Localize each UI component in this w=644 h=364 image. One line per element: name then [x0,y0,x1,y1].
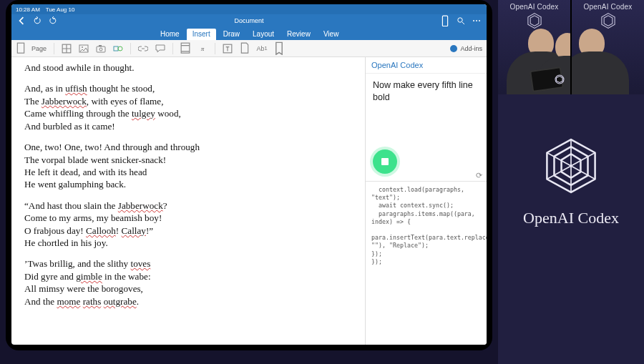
shapes-icon[interactable] [113,44,123,54]
ios-status-bar: 10:28 AM Tue Aug 10 [11,4,487,14]
addins-label: Add-ins [460,45,482,52]
doc-line: The vorpal blade went snicker-snack! [24,154,355,166]
svg-point-1 [458,18,462,22]
doc-line: He left it dead, and with its head [24,166,355,178]
svg-point-10 [99,48,102,51]
ribbon-toolbar: Page π Ab1 Add-ins [11,40,487,57]
doc-line: He went galumphing back. [24,178,355,190]
status-date: Tue Aug 10 [46,6,75,13]
stop-button[interactable] [373,149,397,174]
doc-line: One, two! One, two! And through and thro… [24,141,355,153]
addins-button[interactable]: Add-ins [450,45,482,52]
text-box-icon[interactable] [223,44,233,54]
device-icon[interactable] [441,16,449,25]
separator [172,43,173,54]
presenter-figure [570,23,644,94]
tab-draw[interactable]: Draw [218,29,245,40]
work-area: And stood awhile in thought. And, as in … [11,57,487,345]
brand-block: OpenAI Codex [498,136,644,227]
stop-icon [381,158,389,165]
tab-insert[interactable]: Insert [187,29,216,40]
addins-icon [450,45,457,52]
tab-home[interactable]: Home [155,29,185,40]
equation-icon[interactable]: π [197,44,208,54]
camera-icon[interactable] [96,44,106,54]
search-icon[interactable] [457,16,465,25]
codex-task-pane: OpenAI Codex Now make every fifth line b… [365,57,487,345]
svg-rect-12 [114,46,118,51]
doc-line: ’Twas brillig, and the slithy toves [24,257,355,270]
task-pane-title: OpenAI Codex [366,57,487,74]
video-tile-label: OpenAI Codex [498,3,570,11]
doc-line: O frabjous day! Callooh! Callay!” [24,225,355,237]
ribbon-tabs: Home Insert Draw Layout Review View [11,27,487,40]
presentation-stage: 10:28 AM Tue Aug 10 Document Home [0,0,644,364]
doc-line: All mimsy were the borogoves, [24,282,355,295]
video-tile: OpenAI Codex [570,0,644,94]
page-icon[interactable] [16,44,26,54]
status-time: 10:28 AM [16,6,40,13]
code-output: context.load(paragraphs, "text"); await … [366,181,487,270]
doc-line: And the mome raths outgrabe. [24,295,355,308]
separator [54,43,54,54]
separator [130,43,131,54]
svg-rect-9 [97,46,105,52]
svg-rect-11 [99,45,102,46]
svg-point-8 [82,46,83,48]
openai-logo-icon [553,73,566,86]
svg-rect-0 [442,16,447,26]
bookmark-icon[interactable] [274,44,284,54]
tab-review[interactable]: Review [281,29,316,40]
doc-line: He chortled in his joy. [24,237,355,249]
video-tile: OpenAI Codex [498,0,570,94]
back-icon[interactable] [17,16,26,25]
comment-icon[interactable] [155,44,165,54]
document-title: Document [11,17,487,24]
table-icon[interactable] [62,44,72,54]
doc-line: Came whiffling through the tulgey wood, [24,107,355,119]
brand-title: OpenAI Codex [498,209,644,227]
svg-point-3 [476,20,477,21]
svg-point-13 [118,46,122,51]
tab-view[interactable]: View [318,29,345,40]
video-tile-label: OpenAI Codex [572,3,644,11]
document-body[interactable]: And stood awhile in thought. And, as in … [11,57,365,345]
separator [215,43,215,54]
redo-icon[interactable] [49,16,57,25]
footnote-icon[interactable]: Ab1 [257,44,267,54]
doc-line: “And hast thou slain the Jabberwock? [24,200,355,212]
video-row: OpenAI Codex OpenAI Codex [498,0,644,94]
title-bar: Document [11,14,487,27]
svg-point-2 [473,20,474,21]
link-icon[interactable] [138,44,148,54]
insert-file-icon[interactable] [240,44,250,54]
codex-logo-icon [541,136,601,196]
more-icon[interactable] [472,16,481,25]
undo-icon[interactable] [33,16,42,25]
tablet-frame: 10:28 AM Tue Aug 10 Document Home [6,0,492,350]
tab-layout[interactable]: Layout [247,29,280,40]
header-footer-icon[interactable] [180,44,190,54]
word-app: 10:28 AM Tue Aug 10 Document Home [11,4,487,345]
page-label: Page [31,45,47,52]
doc-line: And stood awhile in thought. [24,62,355,74]
doc-line: And burbled as it came! [24,120,355,132]
doc-line: Did gyre and gimble in the wabe: [24,270,355,282]
doc-line: And, as in uffish thought he stood, [24,82,355,94]
picture-icon[interactable] [79,44,89,54]
svg-point-4 [479,20,480,21]
doc-line: The Jabberwock, with eyes of flame, [24,95,355,107]
prompt-input[interactable]: Now make every fifth line bold [366,74,487,145]
presentation-sidebar: OpenAI Codex OpenAI Codex [498,0,644,364]
svg-rect-5 [17,44,24,54]
doc-line: Come to my arms, my beamish boy! [24,212,355,224]
reload-icon[interactable]: ⟳ [476,171,482,180]
